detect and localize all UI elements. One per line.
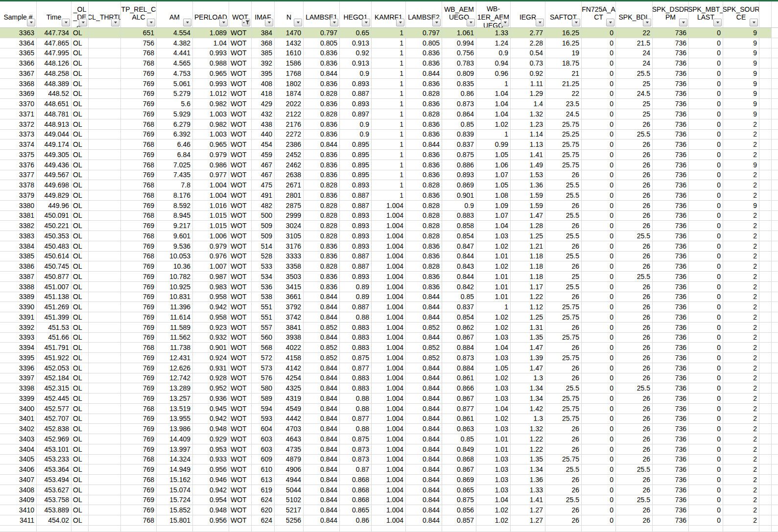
cell-wb_1er_aem_uego[interactable]: 1.03 bbox=[476, 393, 511, 404]
cell-hego1[interactable]: 0.893 bbox=[340, 99, 372, 109]
cell-spk_source[interactable]: 2 bbox=[723, 414, 759, 424]
cell-time[interactable]: 451.922 bbox=[37, 353, 71, 363]
cell-lambse1[interactable]: 0.844 bbox=[304, 414, 340, 424]
cell-tp_rel_calc[interactable]: 769 bbox=[121, 261, 157, 272]
cell-lambse1[interactable]: 0.836 bbox=[304, 99, 340, 109]
cell-sample[interactable]: 3377 bbox=[0, 170, 37, 181]
cell-iegr[interactable]: 1.47 bbox=[511, 211, 545, 221]
cell-kamrf1[interactable]: 1.004 bbox=[372, 261, 406, 272]
cell-spk_source[interactable]: 2 bbox=[723, 312, 759, 323]
cell-lambse1[interactable]: 0.844 bbox=[304, 444, 340, 455]
cell-lambse2[interactable]: 0.836 bbox=[406, 58, 442, 69]
cell-time[interactable]: 454.02 bbox=[37, 515, 71, 526]
cell-tp_rel_calc[interactable]: 756 bbox=[121, 38, 157, 48]
cell-imaf[interactable]: 500 bbox=[252, 211, 275, 221]
cell-cl_thrtl[interactable] bbox=[89, 231, 121, 241]
cell-lambse1[interactable]: 0.836 bbox=[304, 48, 340, 59]
cell-iegr[interactable]: 1.42 bbox=[511, 404, 545, 414]
cell-wb_aem_uego[interactable]: 0.854 bbox=[442, 312, 476, 323]
cell-am[interactable]: 14.409 bbox=[157, 434, 193, 444]
cell-spk_bdl[interactable]: 26 bbox=[616, 353, 653, 363]
cell-blank2[interactable] bbox=[772, 526, 778, 532]
cell-perload[interactable]: 0.923 bbox=[193, 323, 229, 333]
cell-lambse2[interactable] bbox=[406, 526, 442, 532]
cell-spk_dsdrpm[interactable]: 736 bbox=[653, 455, 689, 465]
cell-tp_rel_calc[interactable]: 768 bbox=[121, 48, 157, 59]
cell-blank2[interactable] bbox=[772, 505, 778, 515]
column-header-fn725a_act[interactable]: FN725A_A CT bbox=[582, 1, 616, 27]
cell-spk_dsdrpm[interactable]: 736 bbox=[653, 272, 689, 282]
cell-sample[interactable]: 3384 bbox=[0, 241, 37, 252]
cell-hego1[interactable]: 0.913 bbox=[340, 58, 372, 69]
cell-perload[interactable]: 0.976 bbox=[193, 252, 229, 262]
cell-imaf[interactable]: 429 bbox=[252, 99, 275, 109]
cell-n[interactable]: 2386 bbox=[275, 139, 304, 150]
cell-cl_thrtl[interactable] bbox=[89, 221, 121, 231]
cell-saftot[interactable]: 25.75 bbox=[545, 393, 582, 404]
cell-blank1[interactable] bbox=[759, 130, 772, 140]
cell-imaf[interactable]: 557 bbox=[252, 323, 275, 333]
cell-kamrf1[interactable] bbox=[372, 526, 406, 532]
cell-spk_bdl[interactable]: 25 bbox=[616, 79, 653, 89]
cell-lambse1[interactable]: 0.844 bbox=[304, 515, 340, 526]
cell-tp_rel_calc[interactable]: 768 bbox=[121, 58, 157, 69]
cell-lambse2[interactable]: 0.836 bbox=[406, 119, 442, 130]
cell-hego1[interactable]: 0.868 bbox=[340, 475, 372, 485]
cell-wb_1er_aem_uego[interactable]: 1.01 bbox=[476, 252, 511, 262]
cell-lambse2[interactable]: 0.844 bbox=[406, 414, 442, 424]
cell-blank1[interactable] bbox=[759, 333, 772, 343]
cell-perload[interactable]: 1.003 bbox=[193, 109, 229, 119]
cell-wot[interactable]: WOT bbox=[229, 414, 252, 424]
cell-spk_source[interactable]: 9 bbox=[723, 201, 759, 211]
cell-spk_source[interactable]: 2 bbox=[723, 231, 759, 241]
cell-imaf[interactable]: 475 bbox=[252, 180, 275, 190]
cell-fn725a_act[interactable]: 0 bbox=[582, 79, 616, 89]
cell-blank2[interactable] bbox=[772, 515, 778, 526]
cell-imaf[interactable]: 536 bbox=[252, 282, 275, 292]
cell-wb_aem_uego[interactable]: 1.061 bbox=[442, 28, 476, 38]
cell-tp_rel_calc[interactable]: 769 bbox=[121, 383, 157, 393]
cell-blank2[interactable] bbox=[772, 333, 778, 343]
cell-lambse2[interactable]: 0.828 bbox=[406, 109, 442, 119]
cell-spk_bdl[interactable]: 26 bbox=[616, 282, 653, 292]
cell-wot[interactable]: WOT bbox=[229, 444, 252, 455]
cell-spk_dsdrpm[interactable]: 736 bbox=[653, 211, 689, 221]
cell-time[interactable]: 451.791 bbox=[37, 343, 71, 353]
cell-wb_1er_aem_uego[interactable]: 1.24 bbox=[476, 38, 511, 48]
cell-saftot[interactable]: 25.75 bbox=[545, 119, 582, 130]
cell-sample[interactable]: 3399 bbox=[0, 393, 37, 404]
cell-spk_mbt_last[interactable]: 0 bbox=[689, 455, 723, 465]
cell-tp_rel_calc[interactable]: 769 bbox=[121, 89, 157, 99]
cell-n[interactable]: 5102 bbox=[275, 495, 304, 506]
cell-imaf[interactable]: 620 bbox=[252, 505, 275, 515]
cell-perload[interactable]: 0.952 bbox=[193, 383, 229, 393]
cell-blank2[interactable] bbox=[772, 109, 778, 119]
cell-lambse1[interactable]: 0.844 bbox=[304, 393, 340, 404]
cell-wb_1er_aem_uego[interactable]: 1.01 bbox=[476, 444, 511, 455]
cell-n[interactable]: 2452 bbox=[275, 150, 304, 160]
cell-wb_aem_uego[interactable]: 0.877 bbox=[442, 404, 476, 414]
cell-wb_aem_uego[interactable] bbox=[442, 526, 476, 532]
cell-cl_thrtl[interactable] bbox=[89, 201, 121, 211]
cell-lambse1[interactable]: 0.836 bbox=[304, 241, 340, 252]
cell-n[interactable]: 3333 bbox=[275, 252, 304, 262]
cell-perload[interactable]: 0.929 bbox=[193, 434, 229, 444]
cell-ol_de[interactable]: OL bbox=[71, 119, 89, 130]
cell-imaf[interactable] bbox=[252, 526, 275, 532]
cell-spk_dsdrpm[interactable]: 736 bbox=[653, 231, 689, 241]
cell-wot[interactable]: WOT bbox=[229, 38, 252, 48]
cell-n[interactable]: 2801 bbox=[275, 190, 304, 201]
cell-n[interactable]: 5044 bbox=[275, 485, 304, 495]
cell-wb_aem_uego[interactable]: 0.783 bbox=[442, 58, 476, 69]
cell-cl_thrtl[interactable] bbox=[89, 343, 121, 353]
cell-fn725a_act[interactable]: 0 bbox=[582, 333, 616, 343]
cell-n[interactable]: 3841 bbox=[275, 323, 304, 333]
cell-hego1[interactable]: 0.88 bbox=[340, 312, 372, 323]
cell-imaf[interactable]: 568 bbox=[252, 343, 275, 353]
cell-blank2[interactable] bbox=[772, 201, 778, 211]
cell-fn725a_act[interactable]: 0 bbox=[582, 109, 616, 119]
cell-spk_source[interactable]: 2 bbox=[723, 434, 759, 444]
cell-wb_aem_uego[interactable]: 0.837 bbox=[442, 139, 476, 150]
cell-spk_bdl[interactable] bbox=[616, 526, 653, 532]
cell-lambse1[interactable]: 0.836 bbox=[304, 190, 340, 201]
